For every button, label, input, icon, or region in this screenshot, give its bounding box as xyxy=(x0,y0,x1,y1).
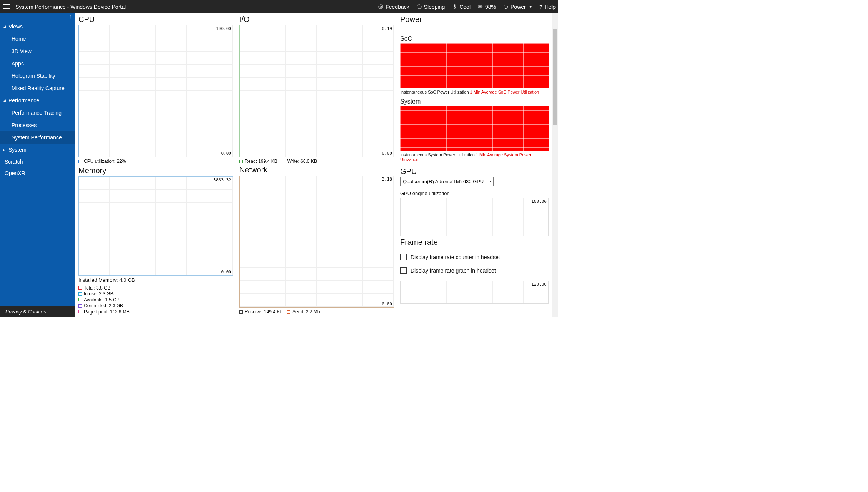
system-power-title: System xyxy=(400,98,549,105)
collapse-sidebar-button[interactable]: 〈 xyxy=(0,13,75,20)
sleeping-status[interactable]: Sleeping xyxy=(416,4,445,10)
network-title: Network xyxy=(239,166,394,174)
feedback-button[interactable]: Feedback xyxy=(378,4,409,10)
svg-point-1 xyxy=(380,6,381,7)
legend-swatch xyxy=(78,298,82,301)
nav-group-performance[interactable]: ◢ Performance xyxy=(0,94,75,107)
help-button[interactable]: ? Help xyxy=(539,4,556,10)
gpu-engine-label: GPU engine utilization xyxy=(400,191,549,196)
scrollbar[interactable] xyxy=(552,13,558,317)
framerate-counter-checkbox-row[interactable]: Display frame rate counter in headset xyxy=(400,254,549,260)
framerate-ymax: 120.00 xyxy=(531,282,547,287)
power-icon xyxy=(503,4,509,10)
legend-swatch xyxy=(78,304,82,308)
nav-item-mixed-reality-capture[interactable]: Mixed Reality Capture xyxy=(0,82,75,94)
caret-right-icon: ▸ xyxy=(3,148,7,152)
svg-point-2 xyxy=(381,6,382,7)
nav-group-system[interactable]: ▸ System xyxy=(0,144,75,156)
smiley-icon xyxy=(378,4,384,10)
memory-chart: 3863.32 0.00 xyxy=(78,176,233,276)
nav-item-apps[interactable]: Apps xyxy=(0,57,75,70)
legend-swatch xyxy=(287,310,290,314)
io-panel: I/O 0.19 0.00 Read: 199.4 KB Write: 66.0… xyxy=(236,13,397,164)
top-bar: System Performance - Windows Device Port… xyxy=(0,0,558,13)
soc-inst-label: Instantaneous SoC Power Utilization xyxy=(400,90,469,94)
network-recv-label: Receive: 149.4 Kb xyxy=(245,309,282,315)
gpu-title: GPU xyxy=(400,167,549,176)
gpu-ymax: 100.00 xyxy=(531,199,547,204)
help-label: Help xyxy=(544,4,556,10)
nav-group-views[interactable]: ◢ Views xyxy=(0,20,75,33)
soc-title: SoC xyxy=(400,35,549,42)
network-chart: 3.18 0.00 xyxy=(239,176,394,308)
hamburger-menu-button[interactable] xyxy=(2,3,11,11)
framerate-graph-checkbox-row[interactable]: Display frame rate graph in headset xyxy=(400,267,549,274)
network-legend: Receive: 149.4 Kb Send: 2.2 Mb xyxy=(239,309,394,315)
gpu-panel: GPU Qualcomm(R) Adreno(TM) 630 GPU GPU e… xyxy=(397,166,558,236)
svg-rect-5 xyxy=(482,6,482,7)
memory-ymin: 0.00 xyxy=(221,269,232,274)
sidebar: 〈 ◢ Views Home 3D View Apps Hologram Sta… xyxy=(0,13,75,317)
svg-rect-6 xyxy=(479,6,482,7)
soc-power-legend: Instantaneous SoC Power Utilization 1 Mi… xyxy=(400,90,549,94)
nav-item-performance-tracing[interactable]: Performance Tracing xyxy=(0,107,75,119)
battery-status[interactable]: 98% xyxy=(477,4,496,10)
scrollbar-thumb[interactable] xyxy=(553,29,557,125)
memory-installed: Installed Memory: 4.0 GB xyxy=(78,277,233,283)
feedback-label: Feedback xyxy=(386,4,409,10)
soc-power-chart xyxy=(400,43,549,88)
checkbox[interactable] xyxy=(400,254,407,260)
nav-item-processes[interactable]: Processes xyxy=(0,119,75,131)
nav-item-3d-view[interactable]: 3D View xyxy=(0,45,75,57)
gpu-chart: 100.00 xyxy=(400,198,549,236)
page-title: System Performance - Windows Device Port… xyxy=(15,4,126,10)
cpu-legend-label: CPU utilization: 22% xyxy=(84,159,126,164)
gpu-select[interactable]: Qualcomm(R) Adreno(TM) 630 GPU xyxy=(400,177,494,186)
cpu-chart: 100.00 0.00 xyxy=(78,25,233,157)
nav-item-scratch[interactable]: Scratch xyxy=(0,156,75,167)
nav-item-system-performance[interactable]: System Performance xyxy=(0,131,75,144)
nav-item-openxr[interactable]: OpenXR xyxy=(0,167,75,179)
power-label: Power xyxy=(511,4,526,10)
legend-label: Committed: 2.3 GB xyxy=(84,303,123,308)
sleeping-label: Sleeping xyxy=(424,4,445,10)
memory-panel: Memory 3863.32 0.00 Installed Memory: 4.… xyxy=(75,165,236,315)
svg-point-0 xyxy=(379,5,383,9)
legend-label: Available: 1.5 GB xyxy=(84,297,120,303)
thermal-status[interactable]: Cool xyxy=(452,4,471,10)
network-panel: Network 3.18 0.00 Receive: 149.4 Kb Send… xyxy=(236,164,397,315)
framerate-panel: Frame rate Display frame rate counter in… xyxy=(397,236,558,304)
legend-swatch xyxy=(78,292,82,296)
clock-icon xyxy=(416,4,422,10)
nav-item-home[interactable]: Home xyxy=(0,33,75,45)
privacy-cookies-link[interactable]: Privacy & Cookies xyxy=(0,306,75,317)
battery-label: 98% xyxy=(485,4,496,10)
chevron-left-icon: 〈 xyxy=(67,14,72,20)
network-ymax: 3.18 xyxy=(382,177,392,182)
nav-group-label: Performance xyxy=(8,97,39,104)
checkbox[interactable] xyxy=(400,267,407,274)
caret-down-icon: ◢ xyxy=(3,25,7,28)
io-read-label: Read: 199.4 KB xyxy=(245,159,277,164)
io-legend: Read: 199.4 KB Write: 66.0 KB xyxy=(239,159,394,164)
thermal-label: Cool xyxy=(459,4,471,10)
framerate-title: Frame rate xyxy=(400,238,549,247)
power-menu[interactable]: Power ▼ xyxy=(503,4,532,10)
question-icon: ? xyxy=(539,4,543,10)
battery-icon xyxy=(477,4,483,10)
memory-legend: Total: 3.8 GB In use: 2.3 GB Available: … xyxy=(78,285,233,315)
nav-group-label: System xyxy=(8,147,27,153)
chevron-down-icon: ▼ xyxy=(529,5,532,9)
io-ymax: 0.19 xyxy=(382,26,392,31)
content-area: CPU 100.00 0.00 CPU utilization: 22% Mem… xyxy=(75,13,558,317)
cpu-title: CPU xyxy=(78,15,233,24)
power-panel: Power SoC Instantaneous SoC Power Utiliz… xyxy=(397,13,558,166)
legend-swatch xyxy=(78,310,82,313)
checkbox-label: Display frame rate graph in headset xyxy=(411,268,496,274)
cpu-ymax: 100.00 xyxy=(216,26,231,31)
legend-swatch xyxy=(239,310,243,314)
framerate-chart: 120.00 xyxy=(400,281,549,304)
caret-down-icon: ◢ xyxy=(3,99,7,102)
io-chart: 0.19 0.00 xyxy=(239,25,394,157)
nav-item-hologram-stability[interactable]: Hologram Stability xyxy=(0,70,75,82)
